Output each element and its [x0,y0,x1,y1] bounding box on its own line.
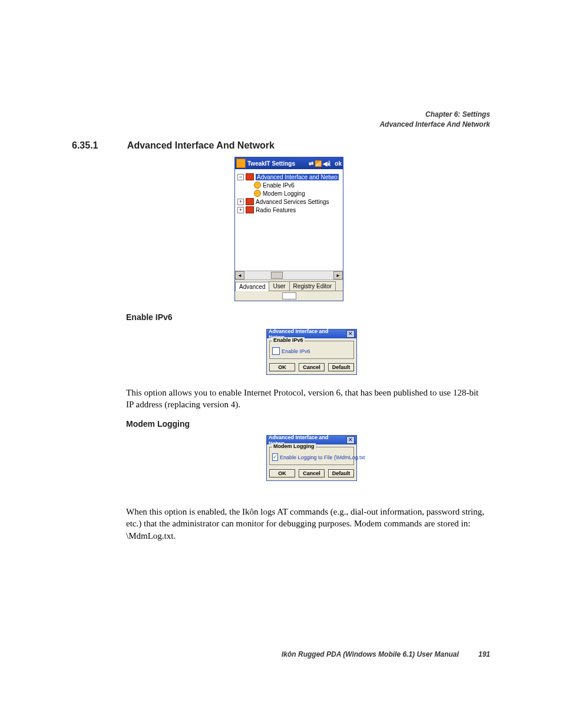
horizontal-scrollbar[interactable]: ◄ ► [235,271,343,279]
close-icon[interactable]: ✕ [346,330,355,338]
expand-toggle[interactable]: + [237,207,244,213]
default-button[interactable]: Default [328,363,354,371]
tab-registry-editor[interactable]: Registry Editor [289,281,336,291]
enable-logging-checkbox-label: Enable Logging to File (\MdmLog.txt [280,454,365,460]
scroll-right-arrow[interactable]: ► [333,271,343,279]
signal-icon: 📶 [315,160,322,167]
volume-icon: ◀ἐ [323,160,330,167]
folder-icon [246,206,254,213]
tree-node-enable-ipv6[interactable]: Enable IPv6 [263,182,295,189]
tree-node-radio-features[interactable]: Radio Features [256,207,296,213]
gear-icon [254,190,261,197]
tab-user[interactable]: User [269,281,289,291]
close-icon[interactable]: ✕ [346,436,355,444]
ok-button[interactable]: OK [269,469,295,477]
group-legend: Modem Logging [272,443,316,449]
cancel-button[interactable]: Cancel [299,469,325,477]
connectivity-icon: ⇄ [309,160,313,167]
ok-button[interactable]: ok [335,160,342,167]
section-heading: 6.35.1 Advanced Interface And Network [72,140,275,151]
modem-logging-group: Modem Logging ✓ Enable Logging to File (… [269,447,354,465]
tab-bar: Advanced User Registry Editor [235,279,343,291]
tree-node-advanced-interface[interactable]: Advanced Interface and Netwo [256,174,339,180]
dialog-buttons: OK Cancel Default [267,467,356,480]
header-section: Advanced Interface And Network [379,120,490,130]
folder-icon [246,198,254,205]
modem-logging-dialog: Advanced Interface and Netwo… ✕ Modem Lo… [266,435,357,481]
settings-tree[interactable]: − Advanced Interface and Netwo Enable IP… [235,169,343,271]
section-number: 6.35.1 [72,140,125,151]
window-titlebar: TweakIT Settings ⇄ 📶 ◀ἐ ok [235,157,343,169]
enable-ipv6-group: Enable IPv6 Enable IPv6 [269,341,354,359]
enable-ipv6-dialog: Advanced Interface and Netwo… ✕ Enable I… [266,329,357,375]
footer-manual-title: Ikôn Rugged PDA (Windows Mobile 6.1) Use… [282,650,459,658]
tab-advanced[interactable]: Advanced [235,282,269,291]
group-legend: Enable IPv6 [272,337,305,343]
scroll-track[interactable] [244,271,333,279]
enable-ipv6-checkbox-label: Enable IPv6 [282,348,310,354]
section-title: Advanced Interface And Network [127,140,275,150]
ok-button[interactable]: OK [269,363,295,371]
enable-ipv6-description: This option allows you to enable Interne… [126,387,487,411]
subheading-modem-logging: Modem Logging [126,419,190,429]
dialog-buttons: OK Cancel Default [267,361,356,374]
enable-ipv6-checkbox[interactable] [272,347,280,355]
tree-node-advanced-services[interactable]: Advanced Services Settings [256,199,329,205]
enable-logging-checkbox[interactable]: ✓ [272,453,278,461]
cancel-button[interactable]: Cancel [299,363,325,371]
expand-toggle[interactable]: − [237,174,244,180]
scroll-left-arrow[interactable]: ◄ [235,271,244,279]
expand-toggle[interactable]: + [237,199,244,205]
tree-node-modem-logging[interactable]: Modem Logging [263,190,305,197]
status-icons: ⇄ 📶 ◀ἐ [309,160,330,167]
app-icon [236,159,246,168]
folder-icon [246,173,254,180]
header-chapter: Chapter 6: Settings [379,110,490,120]
default-button[interactable]: Default [328,469,354,477]
subheading-enable-ipv6: Enable IPv6 [126,312,173,322]
keyboard-icon[interactable] [282,292,296,299]
scroll-thumb[interactable] [271,272,283,279]
window-title: TweakIT Settings [247,160,295,167]
soft-keyboard-bar [235,291,343,301]
page-header: Chapter 6: Settings Advanced Interface A… [379,110,490,130]
modem-logging-description: When this option is enabled, the Ikôn lo… [126,506,488,542]
gear-icon [254,182,261,189]
footer-page-number: 191 [478,650,490,658]
tweakit-settings-window: TweakIT Settings ⇄ 📶 ◀ἐ ok − Advanced In… [234,157,343,301]
